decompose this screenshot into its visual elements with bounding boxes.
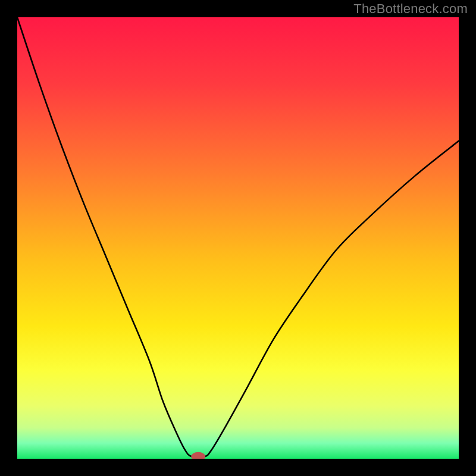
optimal-point-marker (191, 452, 205, 459)
curve-layer (17, 17, 459, 459)
watermark: TheBottleneck.com (353, 1, 468, 17)
bottleneck-curve (17, 17, 459, 458)
plot-area (17, 17, 459, 459)
chart-frame: TheBottleneck.com (0, 0, 476, 476)
